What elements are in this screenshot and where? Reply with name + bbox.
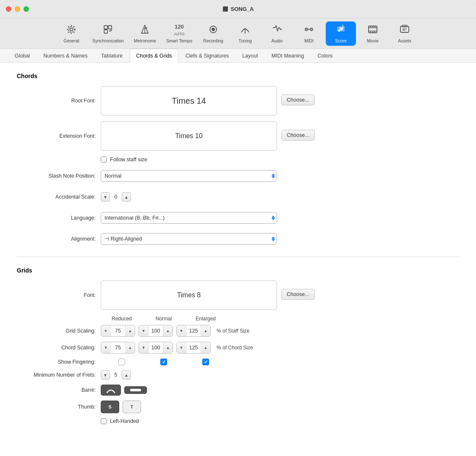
grids-font-label: Font:: [17, 280, 101, 298]
tab-tablature[interactable]: Tablature: [95, 49, 129, 63]
grid-scaling-row: Grid Scaling: ▼ 75 ▲ ▼ 100 ▲ ▼ 125 ▲ % o…: [17, 325, 459, 337]
slash-note-control: Normal Above Below: [101, 170, 459, 182]
toolbar-midi[interactable]: MIDI: [294, 21, 324, 46]
tab-colors[interactable]: Colors: [311, 49, 339, 63]
toolbar-tuning[interactable]: Tuning: [230, 21, 260, 46]
grids-section-header: Grids: [17, 267, 459, 274]
language-row: Language: International (B, Bb, F#...) G…: [17, 210, 459, 225]
document-icon: ⬛: [222, 6, 228, 12]
accidental-label: Accidental Scale:: [17, 194, 101, 200]
min-frets-value: 5: [111, 372, 121, 378]
fingering-enlarged-checkbox[interactable]: [202, 359, 209, 365]
thumb-circle-option[interactable]: S: [101, 401, 119, 413]
chord-reduced-increase-button[interactable]: ▲: [126, 342, 135, 353]
tab-chords-grids[interactable]: Chords & Grids: [130, 49, 178, 63]
col-normal-header: Normal: [143, 316, 185, 322]
svg-point-1: [68, 26, 74, 32]
grid-normal-increase-button[interactable]: ▲: [163, 325, 173, 336]
toolbar-audio[interactable]: Audio: [262, 21, 292, 46]
left-handed-label: Left-Handed: [110, 418, 139, 424]
alignment-select[interactable]: ⊣ Right-Aligned Left-Aligned Centered: [101, 233, 277, 245]
root-font-label: Root Font:: [17, 86, 101, 104]
grid-reduced-increase-button[interactable]: ▲: [126, 325, 135, 336]
extension-font-choose-button[interactable]: Choose...: [281, 130, 315, 141]
extension-font-label: Extension Font:: [17, 121, 101, 139]
toolbar-assets[interactable]: Assets: [390, 21, 420, 46]
toolbar-general[interactable]: General: [56, 21, 86, 46]
accidental-increase-button[interactable]: ▲: [122, 192, 131, 202]
fingering-checkboxes: [101, 359, 227, 365]
maximize-button[interactable]: [24, 6, 29, 12]
close-button[interactable]: [6, 6, 11, 12]
barre-arc-option[interactable]: [101, 385, 121, 396]
tab-numbers-names[interactable]: Numbers & Names: [37, 49, 94, 63]
score-icon: [335, 24, 346, 37]
titlebar: ⬛ SONG_A: [0, 0, 476, 18]
audio-icon: [272, 24, 282, 37]
grid-normal-decrease-button[interactable]: ▼: [139, 325, 148, 336]
extension-font-content: Times 10 Choose...: [101, 121, 459, 151]
slash-note-select[interactable]: Normal Above Below: [101, 170, 277, 182]
min-frets-increase-button[interactable]: ▲: [122, 370, 131, 380]
root-font-choose-button[interactable]: Choose...: [281, 94, 315, 105]
barre-line-option[interactable]: [124, 386, 147, 394]
chord-normal-increase-button[interactable]: ▲: [163, 342, 173, 353]
root-font-value: Times 14: [172, 96, 206, 106]
left-handed-row: Left-Handed: [17, 418, 459, 424]
language-label: Language:: [17, 215, 101, 221]
fingering-enlarged-cell: [185, 359, 227, 365]
fingering-normal-checkbox[interactable]: [160, 359, 167, 365]
fingering-reduced-cell: [101, 359, 143, 365]
tab-midi-meaning[interactable]: MIDI Meaning: [265, 49, 311, 63]
toolbar-score[interactable]: Score: [326, 21, 356, 46]
svg-point-14: [306, 29, 307, 30]
grid-reduced-decrease-button[interactable]: ▼: [101, 325, 110, 336]
grid-enlarged-increase-button[interactable]: ▲: [201, 325, 210, 336]
language-select[interactable]: International (B, Bb, F#...) German Solf…: [101, 212, 277, 224]
follow-staff-row: Follow staff size: [17, 157, 459, 162]
grid-reduced-value: 75: [110, 325, 126, 336]
tab-global[interactable]: Global: [8, 49, 36, 63]
svg-point-0: [70, 28, 73, 31]
chord-scaling-suffix: % of Chord Size: [217, 345, 253, 351]
accidental-decrease-button[interactable]: ▼: [101, 192, 110, 202]
chevron-down-icon: ▼: [103, 195, 107, 199]
chord-scaling-row: Chord Scaling: ▼ 75 ▲ ▼ 100 ▲ ▼ 125 ▲ % …: [17, 342, 459, 354]
left-handed-checkbox[interactable]: [101, 418, 107, 424]
toolbar-recording[interactable]: Recording: [198, 21, 228, 46]
svg-rect-4: [104, 30, 107, 33]
accidental-stepper: ▼ 0 ▲: [101, 192, 131, 202]
toolbar-metronome[interactable]: Metronome: [130, 21, 160, 46]
grids-font-choose-button[interactable]: Choose...: [281, 289, 315, 300]
follow-staff-checkbox[interactable]: [101, 157, 107, 162]
toolbar-movie[interactable]: Movie: [358, 21, 388, 46]
grid-scaling-controls: ▼ 75 ▲ ▼ 100 ▲ ▼ 125 ▲ % of Staff Size: [101, 325, 250, 337]
tab-clefs-signatures[interactable]: Clefs & Signatures: [179, 49, 235, 63]
root-font-display: Times 14: [101, 86, 277, 115]
toolbar-smart-tempo[interactable]: 120AUTO Smart Tempo: [162, 21, 196, 46]
chord-normal-decrease-button[interactable]: ▼: [139, 342, 148, 353]
chord-enlarged-increase-button[interactable]: ▲: [201, 342, 210, 353]
chord-reduced-decrease-button[interactable]: ▼: [101, 342, 110, 353]
alignment-control: ⊣ Right-Aligned Left-Aligned Centered: [101, 233, 459, 245]
chords-section-header: Chords: [17, 73, 459, 79]
min-frets-decrease-button[interactable]: ▼: [101, 370, 110, 380]
fingering-reduced-checkbox[interactable]: [118, 359, 125, 365]
recording-icon: [208, 24, 219, 37]
extension-font-value: Times 10: [175, 132, 202, 140]
main-window: ⬛ SONG_A General: [0, 0, 476, 456]
svg-rect-36: [130, 389, 141, 391]
grid-enlarged-decrease-button[interactable]: ▼: [177, 325, 186, 336]
min-frets-stepper: ▼ 5 ▲: [101, 370, 131, 380]
thumb-t-option[interactable]: T: [123, 401, 141, 413]
extension-font-row: Extension Font: Times 10 Choose...: [17, 121, 459, 151]
content-area: Chords Root Font: Times 14 Choose... Ext…: [0, 63, 476, 456]
chord-enlarged-decrease-button[interactable]: ▼: [177, 342, 186, 353]
toolbar: General Synchronization M: [0, 18, 476, 49]
toolbar-synchronization[interactable]: Synchronization: [88, 21, 128, 46]
svg-rect-2: [104, 26, 107, 29]
tab-layout[interactable]: Layout: [236, 49, 264, 63]
minimize-button[interactable]: [15, 6, 20, 12]
svg-point-15: [311, 29, 312, 30]
language-control: International (B, Bb, F#...) German Solf…: [101, 212, 459, 224]
